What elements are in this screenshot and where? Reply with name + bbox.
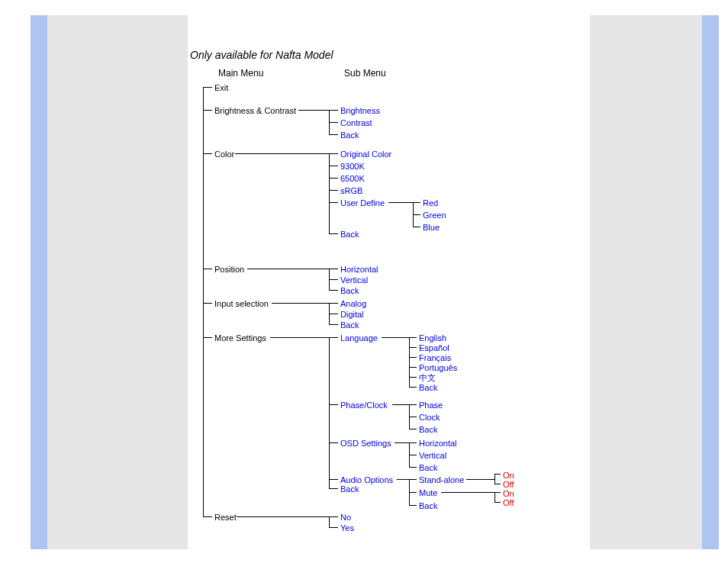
sub-contrast: Contrast [340, 118, 372, 127]
mute-off: Off [503, 498, 514, 507]
sub-more-back: Back [340, 484, 359, 494]
menu-more-settings: More Settings [214, 333, 266, 343]
pc-phase: Phase [419, 401, 443, 410]
sub-blue: Blue [423, 223, 440, 232]
menu-reset: Reset [214, 513, 237, 522]
menu-brightness-contrast: Brightness & Contrast [214, 106, 296, 115]
audio-back: Back [419, 501, 437, 510]
sub-language: Language [340, 333, 378, 343]
sub-brightness: Brightness [340, 106, 380, 115]
sub-6500k: 6500K [340, 174, 365, 183]
sub-osd-settings: OSD Settings [340, 439, 391, 448]
menu-position: Position [214, 265, 244, 274]
sub-user-define: User Define [340, 198, 385, 208]
sub-original-color: Original Color [340, 150, 391, 159]
pc-back: Back [419, 425, 437, 434]
sub-digital: Digital [340, 310, 364, 319]
standalone-on: On [503, 471, 514, 480]
sub-pos-vertical: Vertical [340, 275, 368, 285]
sub-color-back: Back [340, 230, 359, 239]
reset-no: No [340, 513, 351, 522]
osd-vertical: Vertical [419, 451, 446, 460]
menu-input-selection: Input selection [214, 299, 269, 308]
lang-chinese: 中文 [419, 373, 436, 382]
sub-bc-back: Back [340, 130, 359, 140]
page-margin-right [590, 15, 702, 549]
audio-mute: Mute [419, 488, 437, 497]
sub-srgb: sRGB [340, 186, 362, 195]
page-content: Only available for Nafta Model Main Menu… [188, 15, 590, 549]
lang-back: Back [419, 383, 437, 392]
sub-red: Red [423, 198, 438, 208]
standalone-off: Off [503, 480, 514, 489]
osd-back: Back [419, 463, 437, 472]
pc-clock: Clock [419, 413, 440, 422]
mute-on: On [503, 489, 514, 498]
decorative-bar-left [31, 15, 47, 549]
osd-horizontal: Horizontal [419, 439, 457, 448]
decorative-bar-right [702, 15, 719, 549]
lang-espanol: Español [419, 343, 449, 352]
page-margin-left [47, 15, 188, 549]
sub-in-back: Back [340, 320, 359, 330]
menu-color: Color [214, 150, 234, 159]
sub-green: Green [423, 211, 446, 220]
sub-9300k: 9300K [340, 162, 365, 171]
menu-exit: Exit [214, 83, 228, 92]
lang-francais: Français [419, 353, 451, 362]
sub-audio-options: Audio Options [340, 475, 393, 484]
lang-english: English [419, 333, 446, 343]
audio-standalone: Stand-alone [419, 475, 464, 484]
lang-portugues: Português [419, 363, 457, 372]
sub-phase-clock: Phase/Clock [340, 401, 388, 410]
sub-pos-back: Back [340, 286, 359, 295]
sub-pos-horizontal: Horizontal [340, 265, 378, 274]
sub-analog: Analog [340, 299, 366, 308]
reset-yes: Yes [340, 523, 354, 532]
